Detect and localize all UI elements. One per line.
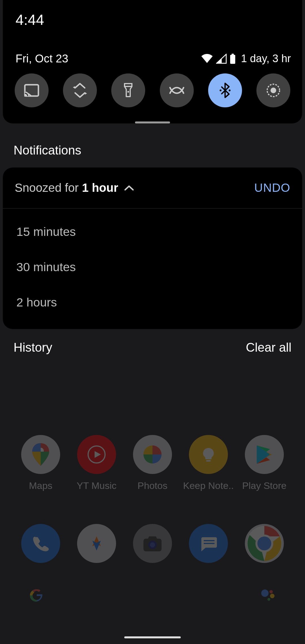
app-chrome[interactable]: [245, 524, 284, 563]
snooze-duration-selector[interactable]: Snoozed for 1 hour: [15, 181, 134, 195]
app-phone[interactable]: [21, 524, 60, 563]
battery-icon: [230, 54, 236, 64]
snooze-option-30min[interactable]: 30 minutes: [3, 249, 302, 285]
svg-rect-16: [232, 54, 234, 55]
snooze-option-2hours[interactable]: 2 hours: [3, 285, 302, 320]
app-label: Maps: [29, 480, 52, 491]
svg-point-5: [150, 542, 155, 547]
qs-tile-bluetooth[interactable]: [208, 73, 242, 107]
qs-tile-flashlight[interactable]: [111, 73, 145, 107]
screen-record-icon: [266, 83, 281, 98]
clear-all-button[interactable]: Clear all: [246, 340, 291, 354]
app-keep-notes[interactable]: Keep Note..: [189, 435, 228, 491]
snooze-header: Snoozed for 1 hour UNDO: [3, 167, 302, 208]
home-bottom-icons: [0, 588, 305, 604]
status-row: Fri, Oct 23 1 day, 3 hr: [3, 52, 302, 65]
cellular-signal-icon: [216, 54, 227, 64]
quick-settings-tiles: [3, 73, 302, 121]
cast-icon: [24, 84, 40, 97]
app-label: Photos: [138, 480, 167, 491]
auto-rotate-icon: [72, 82, 88, 99]
app-photos[interactable]: Photos: [133, 435, 172, 491]
qs-tile-screen-record[interactable]: [256, 73, 290, 107]
undo-button[interactable]: UNDO: [254, 181, 290, 195]
app-play-store[interactable]: Play Store: [245, 435, 284, 491]
status-icons: 1 day, 3 hr: [201, 53, 291, 65]
snooze-card: Snoozed for 1 hour UNDO 15 minutes 30 mi…: [3, 167, 302, 329]
battery-text: 1 day, 3 hr: [241, 53, 291, 65]
home-dock-row: [0, 524, 305, 563]
svg-point-12: [269, 590, 273, 593]
app-messages[interactable]: [189, 524, 228, 563]
home-app-row: Maps YT Music Photos Keep Note.. Play St…: [0, 435, 305, 491]
clock-time: 4:44: [3, 11, 302, 52]
svg-point-22: [229, 90, 230, 91]
app-camera[interactable]: [133, 524, 172, 563]
snooze-text: Snoozed for 1 hour: [15, 181, 118, 195]
nearby-share-icon: [168, 85, 185, 95]
quick-settings-panel: 4:44 Fri, Oct 23 1 day, 3 hr: [3, 0, 302, 123]
svg-point-14: [267, 598, 270, 601]
svg-rect-2: [206, 460, 211, 462]
snooze-options-list: 15 minutes 30 minutes 2 hours: [3, 208, 302, 329]
svg-point-20: [127, 91, 129, 93]
flashlight-icon: [123, 82, 133, 98]
svg-point-11: [261, 589, 269, 597]
notifications-title: Notifications: [0, 129, 305, 167]
app-compass[interactable]: [77, 524, 116, 563]
notification-footer: History Clear all: [0, 329, 305, 366]
history-button[interactable]: History: [14, 340, 52, 354]
wifi-icon: [201, 54, 213, 64]
svg-point-21: [220, 90, 221, 91]
navigation-handle[interactable]: [124, 636, 181, 638]
app-label: Play Store: [242, 480, 287, 491]
app-maps[interactable]: Maps: [21, 435, 60, 491]
google-assistant-icon[interactable]: [260, 588, 277, 604]
svg-rect-15: [230, 55, 235, 64]
qs-tile-auto-rotate[interactable]: [63, 73, 97, 107]
app-yt-music[interactable]: YT Music: [77, 435, 116, 491]
chevron-up-icon: [124, 185, 134, 191]
svg-point-18: [25, 95, 26, 96]
qs-expand-handle[interactable]: [135, 121, 170, 123]
qs-tile-cast[interactable]: [15, 73, 49, 107]
svg-point-13: [270, 594, 274, 598]
qs-tile-nearby-share[interactable]: [160, 73, 194, 107]
svg-point-24: [271, 88, 276, 93]
date-label[interactable]: Fri, Oct 23: [16, 52, 68, 65]
app-label: YT Music: [77, 480, 116, 491]
snooze-option-15min[interactable]: 15 minutes: [3, 214, 302, 249]
google-search-icon[interactable]: [28, 588, 45, 604]
bluetooth-icon: [219, 82, 231, 99]
app-label: Keep Note..: [183, 480, 234, 491]
